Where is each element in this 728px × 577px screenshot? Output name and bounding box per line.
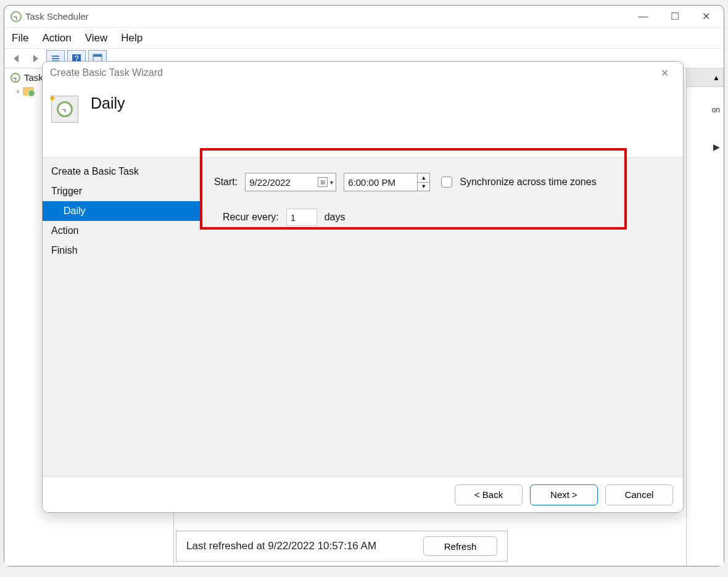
spinner-down-button[interactable]: ▼ bbox=[418, 183, 429, 191]
back-button[interactable]: < Back bbox=[455, 484, 523, 505]
minimize-button[interactable]: — bbox=[629, 7, 657, 26]
menu-action[interactable]: Action bbox=[42, 32, 71, 44]
scheduler-icon bbox=[10, 73, 20, 83]
spark-icon: ✦ bbox=[48, 93, 56, 104]
actions-header: ▲ bbox=[687, 68, 724, 87]
menu-file[interactable]: File bbox=[12, 32, 28, 44]
start-date-value: 9/22/2022 bbox=[249, 177, 315, 188]
wizard-steps: Create a Basic Task Trigger Daily Action… bbox=[43, 158, 202, 476]
maximize-button[interactable]: ☐ bbox=[661, 7, 689, 26]
calendar-icon[interactable]: ▦ bbox=[318, 177, 328, 187]
step-finish[interactable]: Finish bbox=[43, 241, 202, 260]
start-label: Start: bbox=[214, 176, 238, 188]
wizard-body: Create a Basic Task Trigger Daily Action… bbox=[43, 158, 683, 476]
folder-icon bbox=[23, 87, 34, 96]
date-dropdown-icon[interactable]: ▾ bbox=[330, 179, 336, 186]
start-time-value: 6:00:00 PM bbox=[344, 173, 417, 191]
synchronize-label: Synchronize across time zones bbox=[460, 176, 596, 188]
wizard-header: ✦ Daily bbox=[43, 84, 683, 158]
refresh-button[interactable]: Refresh bbox=[423, 536, 497, 556]
recur-row: Recur every: 1 days bbox=[223, 209, 671, 226]
step-create-basic-task[interactable]: Create a Basic Task bbox=[43, 162, 202, 181]
recur-value-input[interactable]: 1 bbox=[286, 209, 317, 226]
start-date-input[interactable]: 9/22/2022 ▦ ▾ bbox=[245, 173, 336, 191]
time-spinner: ▲ ▼ bbox=[417, 173, 429, 191]
wizard-content: Start: 9/22/2022 ▦ ▾ 6:00:00 PM ▲ ▼ Sync… bbox=[202, 158, 683, 476]
triangle-right-icon[interactable]: ▶ bbox=[713, 127, 720, 167]
start-time-input[interactable]: 6:00:00 PM ▲ ▼ bbox=[344, 173, 430, 191]
wizard-header-icon: ✦ bbox=[51, 96, 78, 123]
nav-back-button[interactable] bbox=[9, 51, 25, 67]
next-button[interactable]: Next > bbox=[530, 484, 598, 505]
menu-bar: File Action View Help bbox=[4, 28, 724, 49]
step-daily[interactable]: Daily bbox=[43, 201, 202, 221]
svg-rect-1 bbox=[52, 58, 59, 59]
wizard-close-button[interactable]: ✕ bbox=[652, 67, 677, 79]
app-title: Task Scheduler bbox=[25, 11, 629, 22]
forward-arrow-icon bbox=[30, 54, 41, 64]
svg-rect-6 bbox=[93, 54, 102, 57]
menu-help[interactable]: Help bbox=[121, 32, 143, 44]
app-icon bbox=[10, 11, 22, 22]
collapse-icon[interactable]: ▲ bbox=[713, 73, 720, 82]
recur-unit-label: days bbox=[325, 212, 345, 223]
close-button[interactable]: ✕ bbox=[692, 7, 720, 26]
wizard-heading: Daily bbox=[91, 94, 125, 112]
title-bar: Task Scheduler — ☐ ✕ bbox=[4, 6, 724, 28]
recur-label: Recur every: bbox=[223, 212, 279, 223]
create-basic-task-wizard-dialog: Create Basic Task Wizard ✕ ✦ Daily Creat… bbox=[42, 61, 684, 513]
menu-view[interactable]: View bbox=[85, 32, 108, 44]
status-bar: Last refreshed at 9/22/2022 10:57:16 AM … bbox=[176, 531, 508, 562]
svg-rect-0 bbox=[52, 56, 59, 57]
back-arrow-icon bbox=[12, 54, 23, 64]
actions-content: on ▶ bbox=[687, 87, 724, 173]
start-row: Start: 9/22/2022 ▦ ▾ 6:00:00 PM ▲ ▼ Sync… bbox=[214, 173, 671, 191]
clock-icon bbox=[57, 101, 73, 117]
synchronize-checkbox[interactable] bbox=[441, 176, 452, 188]
wizard-title: Create Basic Task Wizard bbox=[50, 67, 652, 78]
window-controls: — ☐ ✕ bbox=[629, 7, 720, 26]
nav-forward-button[interactable] bbox=[28, 51, 44, 67]
last-refreshed-text: Last refreshed at 9/22/2022 10:57:16 AM bbox=[186, 540, 423, 552]
expand-icon[interactable]: › bbox=[17, 86, 19, 96]
actions-panel: ▲ on ▶ bbox=[687, 68, 724, 566]
action-fragment: on bbox=[690, 93, 720, 127]
wizard-footer: < Back Next > Cancel bbox=[43, 476, 683, 512]
step-action[interactable]: Action bbox=[43, 221, 202, 241]
step-trigger[interactable]: Trigger bbox=[43, 181, 202, 201]
spinner-up-button[interactable]: ▲ bbox=[418, 173, 429, 183]
cancel-button[interactable]: Cancel bbox=[605, 484, 673, 505]
wizard-title-bar: Create Basic Task Wizard ✕ bbox=[43, 62, 683, 84]
